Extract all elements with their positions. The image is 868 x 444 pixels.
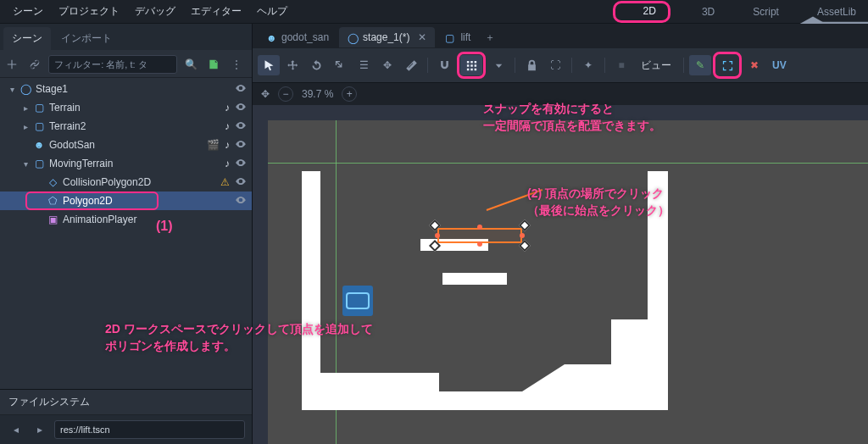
add-scene-tab[interactable]: ＋ xyxy=(481,31,499,45)
node2d-icon: ◯ xyxy=(348,32,358,42)
lock-button[interactable] xyxy=(520,55,542,75)
visibility-icon[interactable] xyxy=(235,101,247,115)
zoom-out-button[interactable]: − xyxy=(278,86,293,102)
grid-snap-button[interactable] xyxy=(460,55,482,75)
visibility-icon[interactable] xyxy=(235,157,247,171)
staticbody-icon: ▢ xyxy=(32,119,46,133)
tree-row-animplayer[interactable]: ▣ AnimationPlayer xyxy=(0,210,252,229)
pan-tool[interactable]: ✥ xyxy=(376,55,398,75)
rotate-tool[interactable] xyxy=(305,55,327,75)
viewport-2d[interactable] xyxy=(268,120,868,444)
file-tab-lift[interactable]: ▢ lift xyxy=(437,27,479,47)
poly-edit-button[interactable] xyxy=(716,55,738,75)
tree-row-stage1[interactable]: ▾ ◯ Stage1 xyxy=(0,80,252,98)
terrain-shape xyxy=(611,319,649,391)
attach-script-button[interactable] xyxy=(205,55,223,74)
fs-back-button[interactable]: ◂ xyxy=(7,420,25,439)
staticbody-icon: ▢ xyxy=(32,101,46,114)
terrain-shape xyxy=(320,373,439,391)
scene-dock: シーン インポート 🔍 ⋮ ▾ ◯ Stage1 xyxy=(0,24,253,444)
tab-import[interactable]: インポート xyxy=(53,27,120,50)
scene-filter-input[interactable] xyxy=(48,55,177,74)
poly-create-button[interactable]: ✎ xyxy=(689,55,711,75)
override-camera-button[interactable]: ■ xyxy=(610,55,632,75)
ruler-vertical xyxy=(253,120,268,444)
ruler-tool[interactable] xyxy=(400,55,422,75)
poly-delete-button[interactable]: ✖ xyxy=(743,55,765,75)
scene-more-button[interactable]: ⋮ xyxy=(227,55,245,74)
filesystem-tab[interactable]: ファイルシステム xyxy=(0,390,252,415)
workspace-script[interactable]: Script xyxy=(730,4,786,19)
godot-character xyxy=(342,286,373,316)
staticbody-icon: ▢ xyxy=(445,32,455,42)
visibility-icon[interactable] xyxy=(235,175,247,190)
fs-path-input[interactable] xyxy=(54,420,245,439)
visibility-icon[interactable] xyxy=(235,138,247,153)
select-tool[interactable] xyxy=(258,55,280,75)
warning-icon: ⚠ xyxy=(220,176,230,188)
menu-editor[interactable]: エディター xyxy=(183,1,249,22)
zoom-in-button[interactable]: + xyxy=(342,86,357,102)
move-tool[interactable] xyxy=(281,55,303,75)
viewport-toolbar: ☰ ✥ ⛶ ✦ ■ ビュー ✎ ✖ UV xyxy=(253,47,868,83)
menu-project[interactable]: プロジェクト xyxy=(51,1,127,22)
zoom-level[interactable]: 39.7 % xyxy=(302,88,333,100)
terrain-shape xyxy=(302,391,668,410)
workspace-3d[interactable]: 3D xyxy=(679,4,721,19)
terrain-shape xyxy=(302,171,320,410)
guide-line-h xyxy=(268,163,868,164)
workspace-2d[interactable]: 2D xyxy=(620,3,663,19)
collision-icon: ◇ xyxy=(46,175,59,189)
center-view-icon[interactable]: ✥ xyxy=(261,88,270,100)
add-node-button[interactable] xyxy=(3,55,21,74)
tree-row-terrain2[interactable]: ▸ ▢ Terrain2 ♪ xyxy=(0,117,252,136)
snap-options-button[interactable] xyxy=(487,55,509,75)
open-scene-tabs: ☻ godot_san ◯ stage_1(*) ✕ ▢ lift ＋ xyxy=(253,24,868,47)
uv-editor-button[interactable]: UV xyxy=(767,59,792,71)
annotation-label-1: (1) xyxy=(156,219,173,234)
visibility-icon[interactable] xyxy=(235,194,247,208)
smart-snap-button[interactable] xyxy=(433,55,455,75)
skeleton-button[interactable]: ✦ xyxy=(577,55,599,75)
visibility-icon[interactable] xyxy=(235,119,247,134)
menubar: シーン プロジェクト デバッグ エディター ヘルプ 2D 3D Script A… xyxy=(0,0,868,24)
terrain-shape xyxy=(442,273,507,285)
polygon-icon: ⬠ xyxy=(46,194,59,208)
staticbody-icon: ▢ xyxy=(32,157,46,170)
view-menu[interactable]: ビュー xyxy=(634,58,678,73)
tab-scene[interactable]: シーン xyxy=(3,27,51,50)
file-tab-stage1[interactable]: ◯ stage_1(*) ✕ xyxy=(339,27,435,47)
workspace-switcher: 2D 3D Script AssetLib xyxy=(613,1,863,23)
scale-tool[interactable] xyxy=(329,55,351,75)
tree-row-collisionpoly[interactable]: ◇ CollisionPolygon2D ⚠ xyxy=(0,173,252,191)
selected-polygon[interactable] xyxy=(437,228,522,243)
menu-scene[interactable]: シーン xyxy=(5,1,51,22)
menu-debug[interactable]: デバッグ xyxy=(127,1,183,22)
animationplayer-icon: ▣ xyxy=(46,213,59,226)
workspace-assetlib[interactable]: AssetLib xyxy=(794,4,863,19)
node2d-icon: ◯ xyxy=(19,82,32,96)
annotation-click: (2) 頂点の場所でクリック （最後に始点をクリック） xyxy=(527,185,670,219)
visibility-icon[interactable] xyxy=(235,82,247,97)
robot-icon: ☻ xyxy=(266,32,276,42)
filter-search-icon[interactable]: 🔍 xyxy=(182,55,200,74)
terrain-shape xyxy=(565,364,611,391)
close-icon[interactable]: ✕ xyxy=(418,31,426,43)
menu-help[interactable]: ヘルプ xyxy=(249,1,295,22)
annotation-snap: スナップを有効にすると 一定間隔で頂点を配置できます。 xyxy=(483,100,661,135)
instance-scene-button[interactable] xyxy=(26,55,44,74)
terrain-shape xyxy=(522,364,565,391)
file-tab-godotsan[interactable]: ☻ godot_san xyxy=(258,27,337,47)
list-select-tool[interactable]: ☰ xyxy=(353,55,375,75)
clapper-icon: 🎬 xyxy=(207,139,220,151)
tree-row-terrain[interactable]: ▸ ▢ Terrain ♪ xyxy=(0,98,252,117)
fs-fwd-button[interactable]: ▸ xyxy=(31,420,49,439)
annotation-bottom: 2D ワークスペースでクリックして頂点を追加して ポリゴンを作成します。 xyxy=(105,320,373,355)
group-button[interactable]: ⛶ xyxy=(544,55,566,75)
tree-row-polygon2d[interactable]: ⬠ Polygon2D xyxy=(0,191,252,210)
tree-row-movingterrain[interactable]: ▾ ▢ MovingTerrain ♪ xyxy=(0,154,252,173)
tree-row-godotsan[interactable]: ☻ GodotSan 🎬♪ xyxy=(0,136,252,154)
robot-icon: ☻ xyxy=(32,138,46,152)
